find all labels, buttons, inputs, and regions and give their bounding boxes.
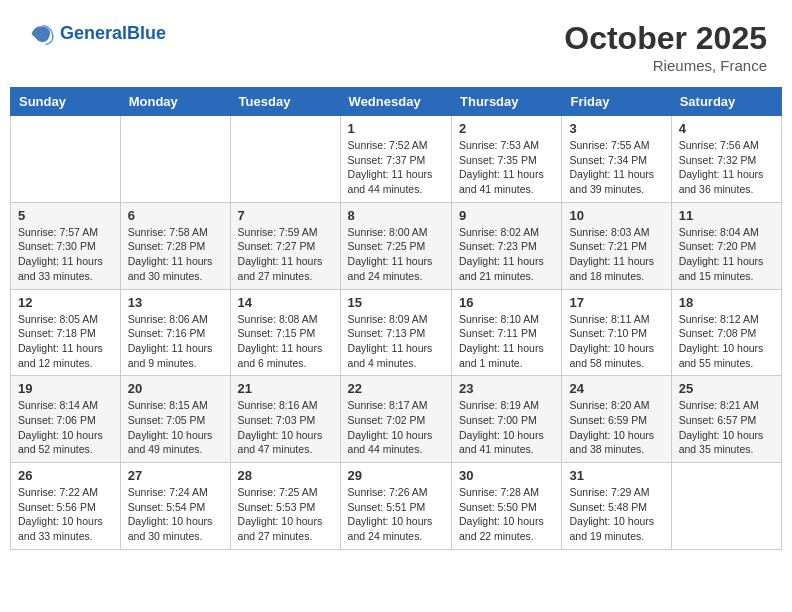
calendar-week-row: 1Sunrise: 7:52 AM Sunset: 7:37 PM Daylig… bbox=[11, 116, 782, 203]
day-info: Sunrise: 7:29 AM Sunset: 5:48 PM Dayligh… bbox=[569, 485, 663, 544]
calendar-cell: 18Sunrise: 8:12 AM Sunset: 7:08 PM Dayli… bbox=[671, 289, 781, 376]
calendar-cell: 3Sunrise: 7:55 AM Sunset: 7:34 PM Daylig… bbox=[562, 116, 671, 203]
weekday-header-monday: Monday bbox=[120, 88, 230, 116]
calendar-cell: 21Sunrise: 8:16 AM Sunset: 7:03 PM Dayli… bbox=[230, 376, 340, 463]
calendar-cell: 24Sunrise: 8:20 AM Sunset: 6:59 PM Dayli… bbox=[562, 376, 671, 463]
logo-general: General bbox=[60, 23, 127, 43]
title-block: October 2025 Rieumes, France bbox=[564, 20, 767, 74]
weekday-header-saturday: Saturday bbox=[671, 88, 781, 116]
calendar-cell: 19Sunrise: 8:14 AM Sunset: 7:06 PM Dayli… bbox=[11, 376, 121, 463]
calendar-cell: 29Sunrise: 7:26 AM Sunset: 5:51 PM Dayli… bbox=[340, 463, 451, 550]
day-number: 15 bbox=[348, 295, 444, 310]
month-title: October 2025 bbox=[564, 20, 767, 57]
location: Rieumes, France bbox=[564, 57, 767, 74]
weekday-header-thursday: Thursday bbox=[452, 88, 562, 116]
day-number: 17 bbox=[569, 295, 663, 310]
day-number: 26 bbox=[18, 468, 113, 483]
calendar-cell: 22Sunrise: 8:17 AM Sunset: 7:02 PM Dayli… bbox=[340, 376, 451, 463]
day-info: Sunrise: 8:08 AM Sunset: 7:15 PM Dayligh… bbox=[238, 312, 333, 371]
day-number: 20 bbox=[128, 381, 223, 396]
day-info: Sunrise: 8:11 AM Sunset: 7:10 PM Dayligh… bbox=[569, 312, 663, 371]
day-info: Sunrise: 8:12 AM Sunset: 7:08 PM Dayligh… bbox=[679, 312, 774, 371]
calendar-cell: 11Sunrise: 8:04 AM Sunset: 7:20 PM Dayli… bbox=[671, 202, 781, 289]
logo-blue: Blue bbox=[127, 23, 166, 43]
calendar-cell: 27Sunrise: 7:24 AM Sunset: 5:54 PM Dayli… bbox=[120, 463, 230, 550]
day-number: 30 bbox=[459, 468, 554, 483]
day-info: Sunrise: 7:28 AM Sunset: 5:50 PM Dayligh… bbox=[459, 485, 554, 544]
day-info: Sunrise: 8:19 AM Sunset: 7:00 PM Dayligh… bbox=[459, 398, 554, 457]
calendar-cell: 6Sunrise: 7:58 AM Sunset: 7:28 PM Daylig… bbox=[120, 202, 230, 289]
day-number: 14 bbox=[238, 295, 333, 310]
calendar-cell bbox=[120, 116, 230, 203]
day-info: Sunrise: 8:17 AM Sunset: 7:02 PM Dayligh… bbox=[348, 398, 444, 457]
day-number: 22 bbox=[348, 381, 444, 396]
weekday-header-wednesday: Wednesday bbox=[340, 88, 451, 116]
calendar-week-row: 19Sunrise: 8:14 AM Sunset: 7:06 PM Dayli… bbox=[11, 376, 782, 463]
calendar-cell: 30Sunrise: 7:28 AM Sunset: 5:50 PM Dayli… bbox=[452, 463, 562, 550]
day-number: 8 bbox=[348, 208, 444, 223]
calendar-cell: 26Sunrise: 7:22 AM Sunset: 5:56 PM Dayli… bbox=[11, 463, 121, 550]
day-number: 12 bbox=[18, 295, 113, 310]
day-number: 13 bbox=[128, 295, 223, 310]
calendar-week-row: 26Sunrise: 7:22 AM Sunset: 5:56 PM Dayli… bbox=[11, 463, 782, 550]
calendar-table: SundayMondayTuesdayWednesdayThursdayFrid… bbox=[10, 87, 782, 550]
calendar-cell: 23Sunrise: 8:19 AM Sunset: 7:00 PM Dayli… bbox=[452, 376, 562, 463]
day-number: 25 bbox=[679, 381, 774, 396]
day-info: Sunrise: 8:05 AM Sunset: 7:18 PM Dayligh… bbox=[18, 312, 113, 371]
day-number: 31 bbox=[569, 468, 663, 483]
day-info: Sunrise: 8:16 AM Sunset: 7:03 PM Dayligh… bbox=[238, 398, 333, 457]
calendar-week-row: 12Sunrise: 8:05 AM Sunset: 7:18 PM Dayli… bbox=[11, 289, 782, 376]
day-info: Sunrise: 8:06 AM Sunset: 7:16 PM Dayligh… bbox=[128, 312, 223, 371]
day-info: Sunrise: 8:02 AM Sunset: 7:23 PM Dayligh… bbox=[459, 225, 554, 284]
day-number: 18 bbox=[679, 295, 774, 310]
logo: GeneralBlue bbox=[25, 20, 166, 48]
day-number: 28 bbox=[238, 468, 333, 483]
day-number: 3 bbox=[569, 121, 663, 136]
logo-icon bbox=[28, 20, 56, 48]
day-info: Sunrise: 8:15 AM Sunset: 7:05 PM Dayligh… bbox=[128, 398, 223, 457]
day-info: Sunrise: 8:14 AM Sunset: 7:06 PM Dayligh… bbox=[18, 398, 113, 457]
calendar-cell: 5Sunrise: 7:57 AM Sunset: 7:30 PM Daylig… bbox=[11, 202, 121, 289]
calendar-cell: 8Sunrise: 8:00 AM Sunset: 7:25 PM Daylig… bbox=[340, 202, 451, 289]
day-info: Sunrise: 7:22 AM Sunset: 5:56 PM Dayligh… bbox=[18, 485, 113, 544]
day-number: 4 bbox=[679, 121, 774, 136]
calendar-cell bbox=[11, 116, 121, 203]
day-number: 1 bbox=[348, 121, 444, 136]
day-info: Sunrise: 8:20 AM Sunset: 6:59 PM Dayligh… bbox=[569, 398, 663, 457]
calendar-cell: 10Sunrise: 8:03 AM Sunset: 7:21 PM Dayli… bbox=[562, 202, 671, 289]
day-info: Sunrise: 7:25 AM Sunset: 5:53 PM Dayligh… bbox=[238, 485, 333, 544]
day-info: Sunrise: 8:04 AM Sunset: 7:20 PM Dayligh… bbox=[679, 225, 774, 284]
calendar-week-row: 5Sunrise: 7:57 AM Sunset: 7:30 PM Daylig… bbox=[11, 202, 782, 289]
calendar-cell: 12Sunrise: 8:05 AM Sunset: 7:18 PM Dayli… bbox=[11, 289, 121, 376]
calendar-cell: 1Sunrise: 7:52 AM Sunset: 7:37 PM Daylig… bbox=[340, 116, 451, 203]
day-number: 21 bbox=[238, 381, 333, 396]
day-info: Sunrise: 8:21 AM Sunset: 6:57 PM Dayligh… bbox=[679, 398, 774, 457]
day-info: Sunrise: 7:26 AM Sunset: 5:51 PM Dayligh… bbox=[348, 485, 444, 544]
calendar-cell: 28Sunrise: 7:25 AM Sunset: 5:53 PM Dayli… bbox=[230, 463, 340, 550]
day-number: 19 bbox=[18, 381, 113, 396]
day-number: 10 bbox=[569, 208, 663, 223]
day-info: Sunrise: 7:59 AM Sunset: 7:27 PM Dayligh… bbox=[238, 225, 333, 284]
day-number: 23 bbox=[459, 381, 554, 396]
calendar-cell bbox=[230, 116, 340, 203]
page-header: GeneralBlue October 2025 Rieumes, France bbox=[10, 10, 782, 79]
day-number: 2 bbox=[459, 121, 554, 136]
day-number: 5 bbox=[18, 208, 113, 223]
day-info: Sunrise: 7:56 AM Sunset: 7:32 PM Dayligh… bbox=[679, 138, 774, 197]
day-info: Sunrise: 7:53 AM Sunset: 7:35 PM Dayligh… bbox=[459, 138, 554, 197]
calendar-cell: 15Sunrise: 8:09 AM Sunset: 7:13 PM Dayli… bbox=[340, 289, 451, 376]
calendar-cell: 14Sunrise: 8:08 AM Sunset: 7:15 PM Dayli… bbox=[230, 289, 340, 376]
calendar-cell: 2Sunrise: 7:53 AM Sunset: 7:35 PM Daylig… bbox=[452, 116, 562, 203]
day-info: Sunrise: 8:10 AM Sunset: 7:11 PM Dayligh… bbox=[459, 312, 554, 371]
calendar-cell: 25Sunrise: 8:21 AM Sunset: 6:57 PM Dayli… bbox=[671, 376, 781, 463]
day-number: 27 bbox=[128, 468, 223, 483]
day-number: 24 bbox=[569, 381, 663, 396]
calendar-cell: 31Sunrise: 7:29 AM Sunset: 5:48 PM Dayli… bbox=[562, 463, 671, 550]
calendar-cell: 4Sunrise: 7:56 AM Sunset: 7:32 PM Daylig… bbox=[671, 116, 781, 203]
calendar-cell: 20Sunrise: 8:15 AM Sunset: 7:05 PM Dayli… bbox=[120, 376, 230, 463]
calendar-cell: 9Sunrise: 8:02 AM Sunset: 7:23 PM Daylig… bbox=[452, 202, 562, 289]
day-info: Sunrise: 8:09 AM Sunset: 7:13 PM Dayligh… bbox=[348, 312, 444, 371]
day-number: 16 bbox=[459, 295, 554, 310]
day-info: Sunrise: 7:24 AM Sunset: 5:54 PM Dayligh… bbox=[128, 485, 223, 544]
day-number: 29 bbox=[348, 468, 444, 483]
